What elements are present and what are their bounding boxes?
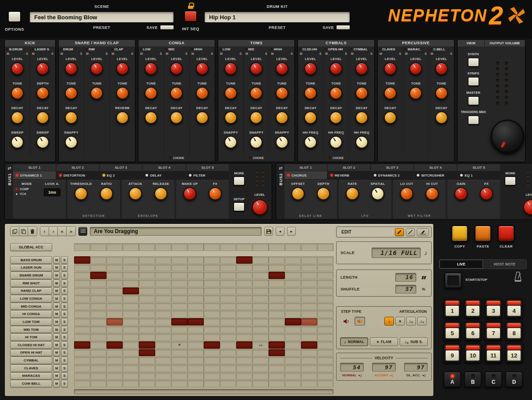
step-cell[interactable]	[317, 349, 333, 357]
step-cell[interactable]	[252, 333, 269, 341]
step-cell[interactable]	[74, 272, 90, 279]
accent-cell[interactable]	[171, 243, 188, 251]
step-cell[interactable]	[188, 264, 204, 272]
master-button[interactable]	[468, 96, 479, 105]
decay-knob[interactable]	[304, 111, 317, 124]
strips-button[interactable]	[468, 77, 479, 86]
step-cell[interactable]	[204, 264, 220, 272]
level-knob[interactable]	[170, 62, 183, 75]
track-mute[interactable]: M	[53, 318, 60, 326]
accent-cell[interactable]	[252, 243, 269, 251]
decay-knob[interactable]	[11, 111, 24, 124]
step-cell[interactable]	[171, 280, 188, 287]
step-cell[interactable]	[106, 365, 123, 372]
track-low-conga[interactable]: LOW CONGA	[10, 295, 52, 302]
solo-toggle[interactable]: S	[208, 52, 213, 55]
shuffle-display[interactable]: 57	[395, 285, 416, 294]
bank-a[interactable]: A	[443, 372, 461, 387]
step-cell[interactable]	[301, 264, 317, 272]
rate-knob[interactable]	[346, 187, 359, 200]
step-cell[interactable]	[252, 380, 269, 387]
step-cell[interactable]	[317, 303, 333, 310]
solo-toggle[interactable]: S	[103, 52, 108, 55]
level-knob[interactable]	[65, 62, 78, 75]
step-cell[interactable]	[106, 380, 123, 387]
step-cell[interactable]	[301, 295, 317, 302]
step-cell[interactable]	[74, 280, 90, 287]
step-cell[interactable]	[106, 357, 123, 364]
pattern-pad-4[interactable]: 4	[505, 299, 523, 318]
mute-toggle[interactable]: M	[431, 52, 436, 55]
step-cell[interactable]	[155, 264, 171, 272]
slot-tab-slot-5[interactable]: SLOT 5	[186, 164, 229, 171]
pattern-right-icon[interactable]: ►	[287, 227, 296, 236]
step-cell[interactable]	[139, 310, 155, 318]
step-cell[interactable]	[301, 318, 317, 326]
decay-knob[interactable]	[145, 111, 157, 124]
step-cell[interactable]	[285, 272, 301, 279]
step-cell[interactable]	[139, 365, 155, 372]
step-cell[interactable]	[285, 287, 301, 295]
paste-button[interactable]	[475, 225, 491, 242]
delete-pattern-icon[interactable]	[28, 227, 37, 236]
step-cell[interactable]	[74, 333, 90, 341]
step-cell[interactable]	[90, 310, 106, 318]
tone-knob[interactable]	[330, 87, 342, 99]
step-cell[interactable]	[155, 365, 171, 372]
effect-slot-eq-1[interactable]: EQ 1	[458, 171, 500, 179]
step-cell[interactable]	[301, 357, 317, 364]
step-cell[interactable]	[204, 272, 220, 279]
step-cell[interactable]	[139, 256, 155, 264]
step-cell[interactable]	[269, 287, 285, 295]
pattern-pad-7[interactable]: 7	[485, 321, 502, 340]
step-cell[interactable]	[269, 318, 285, 326]
mute-toggle[interactable]: M	[351, 52, 356, 55]
level-knob[interactable]	[330, 62, 342, 75]
step-cell[interactable]	[269, 372, 285, 380]
step-cell[interactable]	[252, 349, 269, 357]
track-mute[interactable]: M	[53, 333, 60, 341]
step-cell[interactable]	[285, 264, 301, 272]
line-tool-button[interactable]	[406, 228, 415, 236]
track-solo[interactable]: S	[61, 318, 68, 326]
step-cell[interactable]	[236, 333, 252, 341]
tone-knob[interactable]	[409, 87, 422, 99]
slot-tab-slot-4[interactable]: SLOT 4	[414, 164, 457, 171]
step-cell[interactable]	[317, 272, 333, 279]
step-cell[interactable]	[317, 326, 333, 333]
articulation-4-icon[interactable]: ♪₃	[417, 317, 427, 326]
mode-normal[interactable]: ♪NORMAL	[340, 337, 368, 346]
lo-cut-knob[interactable]	[400, 187, 413, 200]
track-cow-bell[interactable]: COW BELL	[10, 380, 52, 387]
step-cell[interactable]	[269, 357, 285, 364]
slot-tab-slot-1[interactable]: SLOT 1	[13, 164, 56, 171]
step-cell[interactable]	[301, 341, 317, 349]
step-cell[interactable]	[90, 272, 106, 279]
mute-toggle[interactable]: M	[325, 52, 330, 55]
radio-option-comp[interactable]: COMP	[15, 188, 29, 191]
step-cell[interactable]	[317, 372, 333, 380]
mute-toggle[interactable]: M	[166, 52, 171, 55]
gain-knob[interactable]	[454, 187, 468, 200]
decay-knob[interactable]	[224, 111, 237, 124]
velocity-display[interactable]: 54	[340, 363, 364, 372]
effect-slot-chorus[interactable]: CHORUS	[284, 171, 327, 179]
step-cell[interactable]	[220, 272, 236, 279]
step-cell[interactable]	[220, 326, 236, 333]
clear-button[interactable]	[498, 225, 514, 242]
step-cell[interactable]	[301, 303, 317, 310]
step-cell[interactable]	[269, 341, 285, 349]
step-cell[interactable]	[139, 333, 155, 341]
depth-knob[interactable]	[317, 187, 330, 200]
step-cell[interactable]	[74, 295, 90, 302]
step-cell[interactable]	[220, 287, 236, 295]
step-cell[interactable]	[285, 280, 301, 287]
solo-toggle[interactable]: S	[128, 52, 133, 55]
pattern-bank-icon[interactable]	[78, 227, 87, 236]
bank-d[interactable]: D	[505, 372, 523, 387]
scene-save-button[interactable]	[160, 25, 174, 30]
step-cell[interactable]	[220, 380, 236, 387]
step-cell[interactable]	[106, 287, 123, 295]
track-hi-conga[interactable]: HI CONGA	[10, 310, 52, 318]
step-cell[interactable]	[74, 318, 90, 326]
